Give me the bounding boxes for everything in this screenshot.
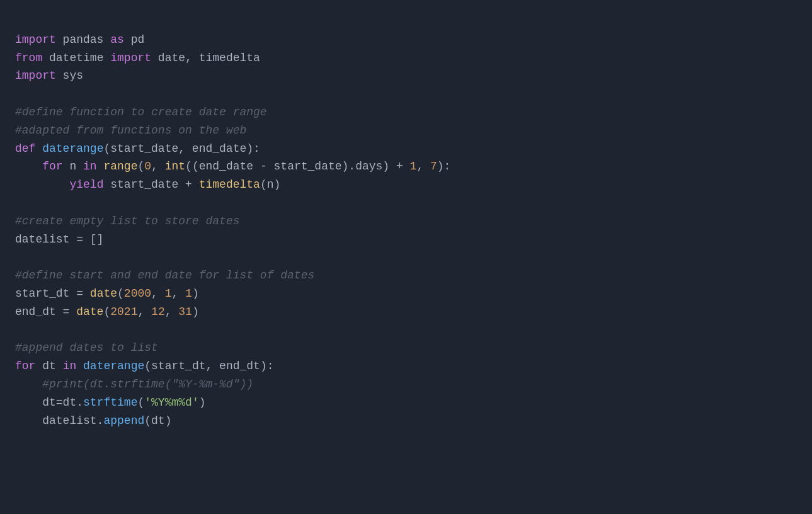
- line-20: #print(dt.strftime("%Y-%m-%d")): [15, 378, 253, 391]
- line-9: yield start_date + timedelta(n): [15, 178, 280, 191]
- line-5: #define function to create date range: [15, 106, 267, 118]
- line-7: def daterange(start_date, end_date):: [15, 142, 260, 155]
- line-1: import pandas as pd: [15, 33, 144, 46]
- line-8: for n in range(0, int((end_date - start_…: [15, 160, 450, 173]
- line-19: for dt in daterange(start_dt, end_dt):: [15, 360, 274, 372]
- line-11: #create empty list to store dates: [15, 215, 239, 227]
- code-editor: import pandas as pd from datetime import…: [15, 13, 797, 430]
- line-16: end_dt = date(2021, 12, 31): [15, 306, 199, 318]
- line-12: datelist = []: [15, 233, 103, 246]
- line-18: #append dates to list: [15, 341, 158, 354]
- line-2: from datetime import date, timedelta: [15, 52, 260, 64]
- line-15: start_dt = date(2000, 1, 1): [15, 287, 199, 300]
- line-22: datelist.append(dt): [15, 414, 171, 427]
- line-21: dt=dt.strftime('%Y%m%d'): [15, 396, 206, 409]
- line-14: #define start and end date for list of d…: [15, 269, 314, 282]
- line-6: #adapted from functions on the web: [15, 124, 246, 137]
- line-3: import sys: [15, 69, 83, 82]
